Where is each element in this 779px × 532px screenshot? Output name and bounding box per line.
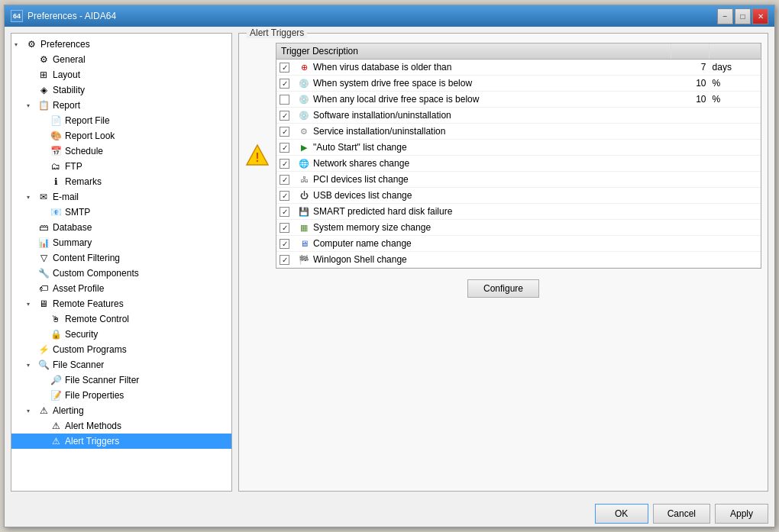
trigger-value-0: 7: [671, 60, 709, 76]
tree-label-asset-profile: Asset Profile: [53, 283, 104, 294]
tree-item-alert-methods[interactable]: ⚠Alert Methods: [11, 418, 231, 434]
ok-button[interactable]: OK: [595, 504, 648, 524]
tree-icon-summary: 📊: [37, 237, 50, 249]
trigger-desc-text-11: Computer name change: [313, 238, 412, 249]
tree-item-smtp[interactable]: 📧SMTP: [11, 205, 231, 220]
warning-icon: !: [245, 143, 270, 168]
svg-text:!: !: [255, 151, 259, 164]
app-icon: 64: [11, 10, 23, 22]
trigger-checkbox-9[interactable]: [280, 207, 289, 217]
tree-item-remote-control[interactable]: 🖱Remote Control: [11, 311, 231, 327]
apply-button[interactable]: Apply: [715, 504, 768, 524]
trigger-desc-text-12: Winlogon Shell change: [313, 254, 407, 265]
trigger-checkbox-3[interactable]: [280, 111, 289, 121]
table-row: ▶"Auto Start" list change: [276, 140, 761, 156]
trigger-desc-text-7: PCI devices list change: [313, 174, 409, 185]
trigger-unit-6: [710, 156, 761, 172]
tree-label-remote-control: Remote Control: [65, 314, 129, 324]
tree-item-summary[interactable]: 📊Summary: [11, 235, 231, 250]
cancel-button[interactable]: Cancel: [653, 504, 710, 524]
trigger-checkbox-1[interactable]: [280, 79, 289, 89]
configure-button[interactable]: Configure: [467, 279, 539, 298]
tree-label-stability: Stability: [53, 85, 85, 95]
tree-item-database[interactable]: 🗃Database: [11, 220, 231, 235]
tree-icon-preferences: ⚙: [25, 38, 37, 50]
tree-icon-report-file: 📄: [50, 114, 62, 127]
tree-item-file-scanner[interactable]: ▾🔍File Scanner: [11, 357, 231, 372]
trigger-value-6: [671, 156, 709, 172]
tree-item-report[interactable]: ▾📋Report: [11, 98, 231, 113]
trigger-checkbox-5[interactable]: [280, 143, 289, 153]
tree-item-file-scanner-filter[interactable]: 🔎File Scanner Filter: [11, 372, 231, 388]
tree-label-file-scanner: File Scanner: [53, 360, 104, 370]
tree-label-report-file: Report File: [65, 115, 110, 126]
trigger-checkbox-12[interactable]: [280, 255, 289, 265]
maximize-button[interactable]: □: [735, 8, 751, 24]
table-row: 💿Software installation/uninstallation: [276, 108, 761, 124]
tree-item-schedule[interactable]: 📅Schedule: [11, 143, 231, 159]
trigger-checkbox-8[interactable]: [280, 191, 289, 201]
tree-icon-remote-control: 🖱: [50, 313, 62, 325]
configure-row: Configure: [245, 273, 761, 301]
close-button[interactable]: ✕: [752, 8, 768, 24]
tree-item-alert-triggers[interactable]: ⚠Alert Triggers: [11, 434, 231, 449]
tree-item-file-properties[interactable]: 📝File Properties: [11, 388, 231, 403]
trigger-desc-text-9: SMART predicted hard disk failure: [313, 206, 452, 217]
tree-item-alerting[interactable]: ▾⚠Alerting: [11, 403, 231, 418]
trigger-icon-8: ⏻: [298, 189, 310, 202]
tree-item-stability[interactable]: ◈Stability: [11, 82, 231, 98]
tree-icon-report: 📋: [37, 99, 50, 111]
group-label: Alert Triggers: [247, 27, 307, 38]
tree-item-report-look[interactable]: 🎨Report Look: [11, 128, 231, 143]
tree-item-asset-profile[interactable]: 🏷Asset Profile: [11, 281, 231, 296]
trigger-value-11: [671, 236, 709, 252]
tree-icon-security: 🔒: [50, 328, 62, 340]
tree-icon-remarks: ℹ: [50, 176, 62, 188]
trigger-checkbox-6[interactable]: [280, 159, 289, 169]
tree-label-email: E-mail: [53, 192, 79, 202]
trigger-checkbox-0[interactable]: [280, 63, 289, 73]
trigger-value-12: [671, 252, 709, 268]
trigger-icon-5: ▶: [298, 141, 310, 153]
tree-label-custom-programs: Custom Programs: [53, 344, 127, 355]
tree-item-custom-programs[interactable]: ⚡Custom Programs: [11, 342, 231, 357]
minimize-button[interactable]: −: [717, 8, 733, 24]
table-row: ▦System memory size change: [276, 220, 761, 236]
trigger-value-4: [671, 124, 709, 140]
tree-item-remarks[interactable]: ℹRemarks: [11, 174, 231, 189]
tree-item-ftp[interactable]: 🗂FTP: [11, 159, 231, 174]
table-row: 🌐Network shares change: [276, 156, 761, 172]
trigger-icon-4: ⚙: [298, 125, 310, 137]
tree-icon-report-look: 🎨: [50, 130, 62, 142]
trigger-unit-7: [710, 172, 761, 188]
tree-item-email[interactable]: ▾✉E-mail: [11, 189, 231, 205]
tree-item-preferences[interactable]: ▾⚙Preferences: [11, 37, 231, 52]
tree-item-report-file[interactable]: 📄Report File: [11, 113, 231, 128]
trigger-checkbox-7[interactable]: [280, 175, 289, 185]
trigger-checkbox-10[interactable]: [280, 223, 289, 233]
tree-item-general[interactable]: ⚙General: [11, 52, 231, 67]
trigger-checkbox-11[interactable]: [280, 239, 289, 249]
trigger-desc-text-0: When virus database is older than: [313, 62, 451, 73]
trigger-unit-1: %: [710, 76, 761, 92]
trigger-unit-4: [710, 124, 761, 140]
tree-label-alerting: Alerting: [53, 405, 84, 416]
trigger-checkbox-4[interactable]: [280, 127, 289, 137]
trigger-icon-6: 🌐: [298, 157, 310, 169]
tree-label-remote-features: Remote Features: [53, 298, 124, 309]
tree-label-preferences: Preferences: [40, 39, 90, 50]
trigger-desc-text-1: When system drive free space is below: [313, 78, 472, 89]
trigger-checkbox-2[interactable]: [280, 95, 289, 105]
tree-item-remote-features[interactable]: ▾🖥Remote Features: [11, 296, 231, 311]
trigger-icon-10: ▦: [298, 221, 310, 234]
table-row: ⊕When virus database is older than7days: [276, 60, 761, 76]
tree-item-layout[interactable]: ⊞Layout: [11, 67, 231, 82]
tree-item-content-filtering[interactable]: ▽Content Filtering: [11, 250, 231, 266]
tree-item-custom-components[interactable]: 🔧Custom Components: [11, 266, 231, 281]
tree-icon-smtp: 📧: [50, 206, 62, 218]
trigger-value-8: [671, 188, 709, 204]
trigger-unit-2: %: [710, 92, 761, 108]
content-panel: Alert Triggers ! Trigger Description: [238, 33, 768, 492]
tree-item-security[interactable]: 🔒Security: [11, 327, 231, 342]
tree-label-security: Security: [65, 329, 98, 340]
